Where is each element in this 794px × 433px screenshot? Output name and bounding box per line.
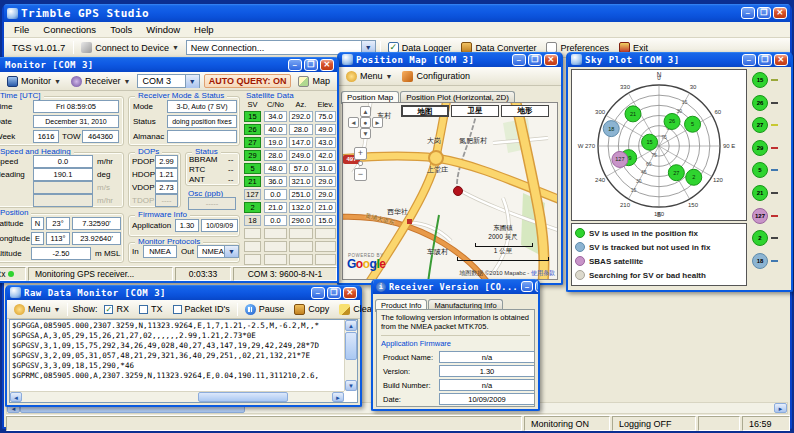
monitor-menu-button[interactable]: Monitor▼ [4,75,64,88]
terms-link[interactable]: 使用条款 [531,270,555,276]
minimize-button[interactable]: – [742,54,756,66]
close-button[interactable]: ✕ [773,7,787,19]
rtc-value: -- [228,165,233,174]
pan-left-icon[interactable]: ◄ [348,117,359,128]
scroll-right-icon[interactable]: ► [332,392,344,402]
maximize-button[interactable]: ❐ [304,59,318,71]
legend-text: SV is tracked but not used in fix [589,243,710,252]
minimize-button[interactable]: – [311,287,325,299]
auto-query-toggle[interactable]: AUTO QUERY: ON [204,74,292,88]
connect-to-device-button[interactable]: Connect to Device▼ [78,41,181,54]
com-port-combobox[interactable]: COM 3 ▼ [137,74,199,88]
menu-item-help[interactable]: Help [188,23,220,36]
nmea-line: $GPGSV,3,2,09,05,31,057,48,21,29,321,36,… [12,351,343,361]
map-button[interactable]: Map [295,75,333,88]
copy-button[interactable]: Copy [291,303,332,316]
zoom-in-icon[interactable]: + [354,147,367,160]
minimize-button[interactable]: – [288,59,302,71]
raw-data-window: Raw Data Monitor [COM 3] – ❐ ✕ Menu▼ Sho… [5,285,362,407]
pan-up-icon[interactable]: ▲ [360,106,371,117]
maximize-button[interactable]: ❐ [535,281,538,292]
satellite-value-cell: 147.0 [289,137,313,148]
close-button[interactable]: ✕ [774,54,788,66]
close-button[interactable]: ✕ [544,54,558,66]
receiver-menu-button[interactable]: Receiver▼ [68,75,133,88]
raw-vertical-scrollbar[interactable]: ▲ ▼ [344,320,357,391]
position-map-titlebar[interactable]: Position Map [COM 3] – ❐ ✕ [339,52,561,67]
map-type-button-3[interactable]: 地形 [501,105,549,117]
nmea-line: $GPGSV,3,3,09,18,15,290,*46 [12,361,343,371]
svg-text:240: 240 [595,177,606,183]
close-button[interactable]: ✕ [320,59,334,71]
raw-data-textarea[interactable]: $GPGGA,085905.000,2307.3259,N,11323.9264… [9,319,358,403]
toolbar-separator [73,41,74,54]
configuration-button[interactable]: Configuration [399,70,473,83]
scroll-up-icon[interactable]: ▲ [345,320,357,331]
raw-menu-button[interactable]: Menu▼ [11,303,63,316]
combobox-arrow-icon[interactable]: ▼ [224,246,238,257]
map-menu-button[interactable]: Menu▼ [343,70,395,83]
badge-circle: 26 [752,95,768,111]
menu-item-tools[interactable]: Tools [104,23,138,36]
receiver-version-titlebar[interactable]: i Receiver Version [CO... – ❐ ✕ [373,279,538,294]
protocol-out-combobox[interactable]: NMEA ▼ [197,245,239,258]
heading-unit: deg [97,170,110,179]
rx-checkbox[interactable]: ✓RX [101,303,132,315]
menu-item-file[interactable]: File [8,23,35,36]
firmware-field-row: Version:1.30 [381,365,530,379]
minimize-button[interactable]: – [512,54,526,66]
ant-label: ANT [189,175,205,184]
tx-checkbox[interactable]: TX [136,303,166,315]
maximize-button[interactable]: ❐ [528,54,542,66]
menu-item-window[interactable]: Window [140,23,186,36]
badge-circle: 127 [752,208,768,224]
badge-signal-tick [771,260,778,262]
pause-button[interactable]: Pause [242,303,288,316]
altitude-unit: m MSL [95,249,120,258]
scroll-left-icon[interactable]: ◄ [10,392,22,402]
position-map-window: Position Map [COM 3] – ❐ ✕ Menu▼ Configu… [337,52,563,285]
minimize-button[interactable]: – [741,7,755,19]
maximize-button[interactable]: ❐ [757,7,771,19]
vdop-value: 2.73 [155,181,178,194]
sky-plot-svg: 0306090 E120150180210240W 270300330NS151… [572,70,746,220]
combobox-arrow-icon[interactable]: ▼ [185,75,199,88]
elapsed-time: 0:03:33 [175,267,231,281]
pan-right-icon[interactable]: ► [372,117,383,128]
sky-plot-titlebar[interactable]: Sky Plot [COM 3] – ❐ ✕ [568,52,791,67]
main-titlebar[interactable]: Trimble GPS Studio – ❐ ✕ [4,4,790,22]
packet-ids-checkbox-icon[interactable] [173,305,182,314]
pan-down-icon[interactable]: ▼ [360,128,371,139]
monitor-titlebar[interactable]: Monitor [COM 3] – ❐ ✕ [0,57,337,72]
map-canvas[interactable]: 东村大岗氮肥新村上堂庄西华社车陂村 黄埔大道东 地图卫星地形 497 ▲ ◄ ●… [342,102,558,280]
zoom-out-icon[interactable]: − [354,168,367,181]
packet-ids-checkbox[interactable]: Packet ID's [170,303,233,315]
pan-center-icon[interactable]: ● [360,117,371,128]
legend-item: SV is used in the position fix [575,226,743,240]
maximize-button[interactable]: ❐ [327,287,341,299]
raw-data-titlebar[interactable]: Raw Data Monitor [COM 3] – ❐ ✕ [7,285,360,300]
svg-text:15: 15 [631,187,637,193]
map-type-button-2[interactable]: 卫星 [451,105,499,117]
zoom-slider[interactable] [358,161,363,166]
maximize-button[interactable]: ❐ [758,54,772,66]
close-button[interactable]: ✕ [343,287,357,299]
svg-text:5: 5 [691,121,694,127]
rx-checkbox-icon[interactable]: ✓ [104,305,113,314]
satellite-data-label: Satellite Data [246,91,294,100]
scroll-right-icon[interactable]: ► [774,403,787,413]
disabled-unit: m/hr [97,196,113,205]
scrollbar-thumb[interactable] [345,332,357,360]
minimize-button[interactable]: – [521,281,533,292]
map-type-button-1[interactable]: 地图 [401,105,449,117]
scrollbar-thumb[interactable] [198,392,288,402]
satellite-empty-cell [289,254,313,265]
nmea-lines: $GPGGA,085905.000,2307.3259,N,11323.9264… [12,321,343,390]
menu-item-connections[interactable]: Connections [37,23,102,36]
scale-km-label: 1 公里 [457,247,549,256]
scroll-down-icon[interactable]: ▼ [345,380,357,391]
group-label: Position [0,208,31,217]
raw-horizontal-scrollbar[interactable]: ◄ ► [10,391,344,402]
tx-checkbox-icon[interactable] [139,305,148,314]
satellite-empty-cell [264,228,287,239]
